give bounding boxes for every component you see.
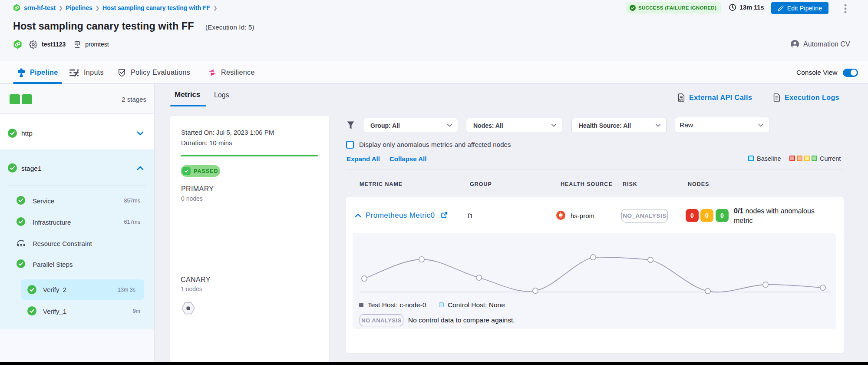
svg-text:API: API [679, 98, 683, 101]
